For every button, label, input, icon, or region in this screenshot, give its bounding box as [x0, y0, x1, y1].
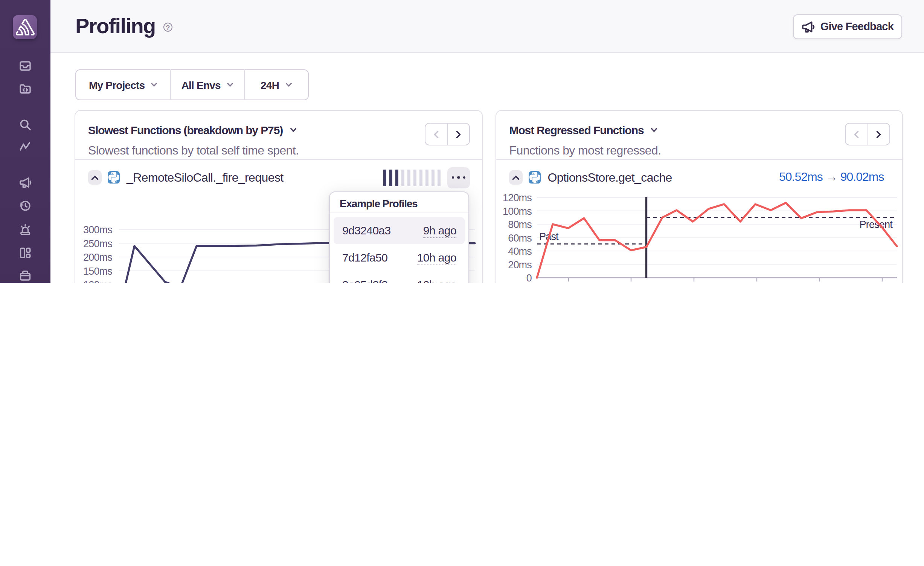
- svg-text:0: 0: [526, 272, 531, 283]
- svg-text:100ms: 100ms: [502, 206, 531, 217]
- svg-text:250ms: 250ms: [83, 238, 112, 249]
- svg-text:150ms: 150ms: [83, 266, 112, 277]
- svg-text:60ms: 60ms: [508, 233, 532, 244]
- svg-text:40ms: 40ms: [508, 246, 532, 257]
- svg-text:300ms: 300ms: [83, 224, 112, 236]
- svg-text:20ms: 20ms: [508, 259, 532, 271]
- svg-text:200ms: 200ms: [83, 252, 112, 263]
- svg-text:100ms: 100ms: [83, 279, 112, 283]
- svg-text:80ms: 80ms: [508, 219, 532, 230]
- svg-text:120ms: 120ms: [502, 194, 531, 203]
